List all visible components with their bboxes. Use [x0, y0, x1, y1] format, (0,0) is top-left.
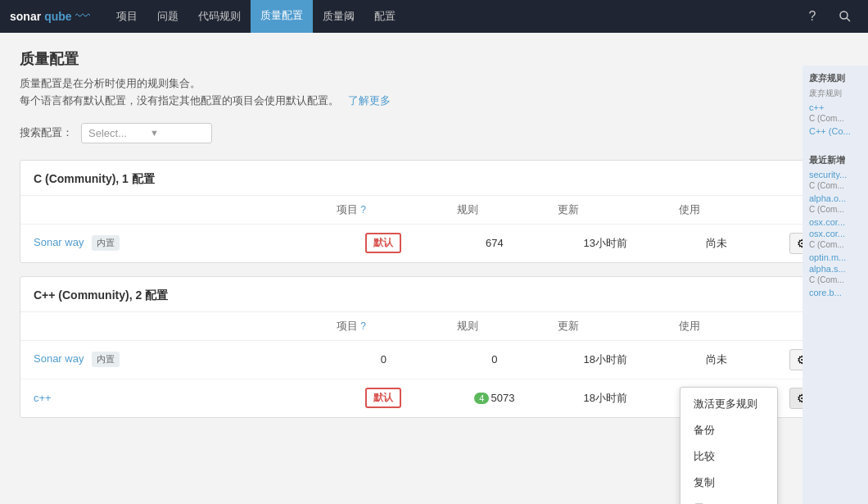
builtin-badge: 内置: [92, 235, 120, 251]
project-count-cell: 默认: [323, 224, 445, 262]
search-icon: [839, 10, 852, 23]
sidebar-deprecated-title: 废弃规则: [809, 72, 861, 84]
sidebar-cpp-link[interactable]: c++: [809, 102, 861, 112]
svg-line-1: [847, 18, 850, 21]
help-button[interactable]: ?: [799, 3, 825, 30]
nav-item-quality-gates[interactable]: 质量阈: [313, 0, 364, 33]
nav-item-rules[interactable]: 代码规则: [188, 0, 251, 33]
sidebar-osx-cor1-link[interactable]: osx.cor...: [809, 217, 861, 227]
dropdown-item-copy[interactable]: 复制: [680, 470, 777, 496]
col-header-used: 使用: [666, 196, 766, 225]
project-help-icon[interactable]: ?: [360, 204, 366, 216]
sidebar-core-b-link[interactable]: core.b...: [809, 288, 861, 297]
profile-table-c: 项目 ? 规则 更新 使用 Sonar way 内置 默认: [20, 196, 848, 262]
search-row: 搜索配置： Select... ▼: [20, 123, 848, 143]
brand-sonar: sonar: [10, 10, 41, 23]
brand-wave: 〰: [75, 8, 90, 25]
desc-line2: 每个语言都有默认配置，没有指定其他配置的项目会使用默认配置。: [20, 94, 339, 107]
search-label: 搜索配置：: [20, 125, 73, 140]
sidebar-recent-section: 最近新增 security... C (Com... alpha.o... C …: [802, 148, 868, 306]
dropdown-item-backup[interactable]: 备份: [680, 417, 777, 443]
project-help-icon-cpp[interactable]: ?: [360, 320, 366, 332]
builtin-badge-cpp: 内置: [92, 352, 120, 367]
dropdown-item-extend[interactable]: 展开: [680, 496, 777, 504]
sidebar-osx-cor2-link[interactable]: osx.cor...: [809, 229, 861, 238]
col-header-update: 更新: [545, 196, 666, 225]
rules-badge: 4: [474, 393, 489, 404]
profile-card-c-header: C (Community), 1 配置: [20, 161, 848, 196]
profile-card-cpp-header: C++ (Community), 2 配置: [20, 277, 848, 312]
page-title: 质量配置: [20, 49, 848, 69]
project-default-cpp: 默认: [323, 379, 445, 417]
col-header-name-cpp: [20, 312, 323, 341]
nav-items: 项目 问题 代码规则 质量配置 质量阈 配置: [106, 0, 799, 33]
sidebar-deprecated-sub: 废弃规则: [809, 88, 861, 99]
rules-count-cpp: 45073: [444, 379, 545, 417]
page-description: 质量配置是在分析时使用的规则集合。 每个语言都有默认配置，没有指定其他配置的项目…: [20, 75, 848, 110]
profile-sonarway-c-link[interactable]: Sonar way: [34, 236, 84, 248]
nav-item-projects[interactable]: 项目: [106, 0, 147, 33]
default-badge-c: 默认: [365, 233, 401, 253]
profile-cpp-link[interactable]: c++: [34, 392, 52, 404]
col-header-project-cpp: 项目 ?: [323, 312, 445, 341]
sidebar-alpha-o-sub: C (Com...: [809, 205, 861, 214]
col-header-name: [20, 196, 323, 225]
desc-line1: 质量配置是在分析时使用的规则集合。: [20, 77, 201, 89]
nav-item-settings[interactable]: 配置: [364, 0, 405, 33]
profile-sonarway-cpp-link[interactable]: Sonar way: [34, 352, 84, 365]
dropdown-item-activate-rules[interactable]: 激活更多规则: [680, 391, 777, 417]
dropdown-item-compare[interactable]: 比较: [680, 443, 777, 470]
sidebar-cpp-sub: C (Com...: [809, 114, 861, 123]
profile-search-select[interactable]: Select... ▼: [81, 123, 212, 143]
col-header-rules-cpp: 规则: [444, 312, 545, 341]
col-header-update-cpp: 更新: [545, 312, 666, 341]
sidebar-alpha-o-link[interactable]: alpha.o...: [809, 193, 861, 203]
update-time-cell: 13小时前: [545, 224, 666, 262]
sidebar-alpha-s-sub: C (Com...: [809, 275, 861, 284]
profile-name-cell-sonarway: Sonar way 内置: [20, 340, 323, 379]
used-sonarway: 尚未: [666, 340, 766, 379]
col-header-project: 项目 ?: [323, 196, 445, 225]
search-select-value: Select...: [88, 127, 143, 139]
sidebar-alpha-s-link[interactable]: alpha.s...: [809, 264, 861, 274]
sidebar-security-sub: C (Com...: [809, 181, 861, 190]
update-cpp: 18小时前: [545, 379, 666, 417]
search-button[interactable]: [832, 3, 858, 30]
learn-more-link[interactable]: 了解更多: [348, 94, 391, 107]
nav-item-quality-profiles[interactable]: 质量配置: [251, 0, 313, 33]
brand-logo[interactable]: sonarqube 〰: [10, 8, 90, 25]
sidebar-osx-cor2-sub: C (Com...: [809, 240, 861, 249]
top-navigation: sonarqube 〰 项目 问题 代码规则 质量配置 质量阈 配置 ?: [0, 0, 868, 33]
col-header-rules: 规则: [444, 196, 545, 225]
profile-card-c: C (Community), 1 配置 项目 ? 规则 更新 使用: [20, 160, 848, 263]
sidebar-deprecated-section: 废弃规则 废弃规则 c++ C (Com... C++ (Co...: [802, 66, 868, 144]
profile-name-cell-cpp: c++: [20, 379, 323, 417]
svg-point-0: [840, 11, 848, 19]
table-row: Sonar way 内置 0 0 18小时前 尚未 ⚙ ▼: [20, 340, 848, 379]
project-count-sonarway: 0: [323, 340, 445, 379]
action-dropdown-menu: 激活更多规则 备份 比较 复制 展开 改名: [680, 387, 778, 504]
update-sonarway: 18小时前: [545, 340, 666, 379]
profile-name-cell: Sonar way 内置: [20, 224, 323, 262]
brand-qube: qube: [44, 10, 71, 23]
select-arrow-icon: ▼: [150, 128, 205, 138]
right-sidebar: 废弃规则 废弃规则 c++ C (Com... C++ (Co... 最近新增 …: [802, 66, 868, 504]
nav-right-actions: ?: [799, 3, 858, 30]
sidebar-optin-link[interactable]: optin.m...: [809, 252, 861, 262]
default-badge-cpp: 默认: [365, 388, 401, 408]
table-row: Sonar way 内置 默认 674 13小时前 尚未 ⚙ ▼: [20, 224, 848, 262]
sidebar-security-link[interactable]: security...: [809, 170, 861, 179]
sidebar-cppcommunity-link[interactable]: C++ (Co...: [809, 126, 861, 136]
col-header-used-cpp: 使用: [666, 312, 766, 341]
rules-count-cell: 674: [444, 224, 545, 262]
nav-item-issues[interactable]: 问题: [147, 0, 188, 33]
main-content: 质量配置 质量配置是在分析时使用的规则集合。 每个语言都有默认配置，没有指定其他…: [0, 33, 868, 504]
sidebar-recent-title: 最近新增: [809, 154, 861, 166]
rules-count-sonarway: 0: [444, 340, 545, 379]
used-cell: 尚未: [666, 224, 766, 262]
